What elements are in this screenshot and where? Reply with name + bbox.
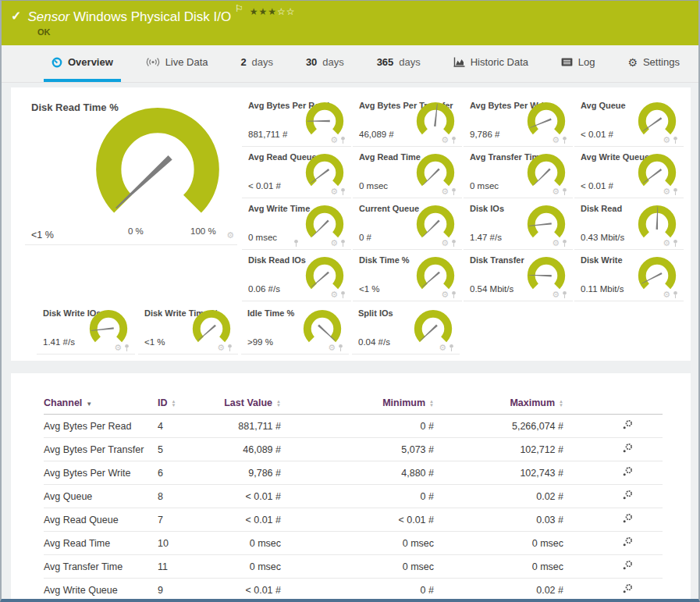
priority-stars[interactable]: ★★★☆☆ xyxy=(250,6,296,17)
pin-icon[interactable] xyxy=(450,290,457,299)
table-row[interactable]: Avg Read Time 10 0 msec 0 msec 0 msec xyxy=(44,532,663,555)
channel-settings-icon[interactable] xyxy=(622,490,633,500)
gear-icon[interactable]: ⚙ xyxy=(330,187,338,196)
gear-icon[interactable]: ⚙ xyxy=(441,290,449,299)
channel-settings-icon[interactable] xyxy=(622,466,633,477)
pin-icon[interactable] xyxy=(337,344,344,352)
gauge-cell[interactable]: Disk Write 0.11 Mbit/s ⚙ xyxy=(574,250,684,301)
gear-icon[interactable]: ⚙ xyxy=(217,344,225,352)
gear-icon[interactable]: ⚙ xyxy=(114,344,122,352)
sort-icon: ▲▼ xyxy=(559,400,563,408)
pin-icon[interactable] xyxy=(561,290,568,299)
pin-icon[interactable] xyxy=(672,239,679,248)
gauge-value: 0 msec xyxy=(470,181,499,191)
pin-icon[interactable] xyxy=(561,187,568,196)
pin-icon[interactable] xyxy=(561,239,568,248)
pin-icon[interactable] xyxy=(672,187,679,196)
gear-icon[interactable]: ⚙ xyxy=(328,344,336,352)
gauge-cell[interactable]: Avg Read Queue < 0.01 # ⚙ xyxy=(242,147,351,198)
primary-gauge-cell: Disk Read Time % 0 % 100 % <1 % ⚙ xyxy=(25,95,237,245)
table-row[interactable]: Avg Queue 8 < 0.01 # 0 # 0.02 # xyxy=(44,485,663,508)
tab-historic-data[interactable]: Historic Data xyxy=(446,45,536,82)
gauge-label: Disk Transfer xyxy=(470,255,524,265)
gear-icon[interactable]: ⚙ xyxy=(330,239,338,248)
gear-icon[interactable]: ⚙ xyxy=(441,187,449,196)
gauge-cell[interactable]: Avg Queue < 0.01 # ⚙ xyxy=(574,95,684,147)
gear-icon[interactable]: ⚙ xyxy=(663,239,670,248)
gear-icon[interactable]: ⚙ xyxy=(439,344,446,352)
pin-icon[interactable] xyxy=(226,344,233,352)
gear-icon[interactable]: ⚙ xyxy=(330,290,338,299)
gear-icon[interactable]: ⚙ xyxy=(226,231,234,240)
gear-icon[interactable]: ⚙ xyxy=(441,136,449,144)
gauge-cell[interactable]: Disk Time % <1 % ⚙ xyxy=(353,250,462,301)
table-row[interactable]: Avg Bytes Per Write 6 9,786 # 4,880 # 10… xyxy=(44,461,663,485)
column-header-channel[interactable]: Channel▼ xyxy=(44,394,158,415)
pin-icon[interactable] xyxy=(450,187,457,196)
cell-channel: Avg Transfer Time xyxy=(44,555,158,579)
column-header-minimum[interactable]: Minimum▲▼ xyxy=(282,394,435,415)
gauge-value: 881,711 # xyxy=(248,130,287,139)
gear-icon[interactable]: ⚙ xyxy=(330,136,338,144)
gear-icon[interactable]: ⚙ xyxy=(663,187,670,196)
pin-icon[interactable] xyxy=(339,290,346,299)
pin-icon[interactable] xyxy=(339,239,346,248)
tab-365-days[interactable]: 365 days xyxy=(369,45,428,82)
gear-icon[interactable]: ⚙ xyxy=(552,136,560,144)
pin-icon[interactable] xyxy=(450,136,457,144)
page-title: Sensor Windows Physical Disk I/O ⚐ xyxy=(27,7,243,25)
gauge-cell[interactable]: Avg Bytes Per Transfer 46,089 # ⚙ xyxy=(353,95,462,147)
gauge-cell[interactable]: Disk Write Time % <1 % ⚙ xyxy=(138,303,238,354)
tab-settings[interactable]: ⚙ Settings xyxy=(620,45,688,82)
gauge-cell[interactable]: Avg Write Queue < 0.01 # ⚙ xyxy=(574,147,684,198)
channel-settings-icon[interactable] xyxy=(622,513,633,524)
channel-settings-icon[interactable] xyxy=(622,583,633,594)
pin-icon[interactable] xyxy=(448,344,455,352)
gear-icon[interactable]: ⚙ xyxy=(663,290,670,299)
gauge-cell[interactable]: Disk Transfer 0.54 Mbit/s ⚙ xyxy=(464,250,573,301)
channel-settings-icon[interactable] xyxy=(622,443,633,454)
gear-icon[interactable]: ⚙ xyxy=(552,187,560,196)
sort-icon: ▲▼ xyxy=(276,400,281,408)
table-row[interactable]: Avg Transfer Time 11 0 msec 0 msec 0 mse… xyxy=(44,555,663,579)
pin-icon[interactable] xyxy=(450,239,457,248)
gear-icon[interactable]: ⚙ xyxy=(663,136,670,144)
gauge-cell[interactable]: Idle Time % >99 % ⚙ xyxy=(241,303,349,354)
cell-last-value: 46,089 # xyxy=(206,438,282,461)
gauge-cell[interactable]: Avg Transfer Time 0 msec ⚙ xyxy=(464,147,573,198)
channel-settings-icon[interactable] xyxy=(622,419,633,430)
tab-30-days[interactable]: 30 days xyxy=(298,45,352,82)
gauge-cell[interactable]: Disk Read 0.43 Mbit/s ⚙ xyxy=(574,198,684,250)
gauge-cell[interactable]: Current Queue 0 # ⚙ xyxy=(353,198,462,250)
pin-icon[interactable] xyxy=(339,136,346,144)
gauge-cell[interactable]: Disk Read IOs 0.06 #/s ⚙ xyxy=(242,250,351,301)
column-header-last-value[interactable]: Last Value▲▼ xyxy=(206,394,282,415)
gauge-cell[interactable]: Avg Write Time 0 msec ⚙ xyxy=(242,198,351,250)
tab-2-days[interactable]: 2 days xyxy=(233,45,281,82)
tab-live-data[interactable]: Live Data xyxy=(138,45,216,82)
gauge-cell[interactable]: Split IOs 0.04 #/s ⚙ xyxy=(352,303,460,354)
tab-log[interactable]: Log xyxy=(553,45,603,82)
pin-icon[interactable] xyxy=(672,290,679,299)
channel-settings-icon[interactable] xyxy=(622,536,633,547)
pin-icon[interactable] xyxy=(123,344,130,352)
table-row[interactable]: Avg Write Queue 9 < 0.01 # 0 # 0.02 # xyxy=(44,579,663,602)
pin-icon[interactable] xyxy=(672,136,679,144)
column-header-maximum[interactable]: Maximum▲▼ xyxy=(435,394,565,415)
table-row[interactable]: Avg Bytes Per Read 4 881,711 # 0 # 5,266… xyxy=(44,415,663,438)
table-row[interactable]: Avg Bytes Per Transfer 5 46,089 # 5,073 … xyxy=(44,438,663,461)
table-row[interactable]: Avg Read Queue 7 < 0.01 # < 0.01 # 0.03 … xyxy=(44,508,663,532)
gauge-cell[interactable]: Disk Write IOs 1.41 #/s ⚙ xyxy=(37,303,135,354)
gauge-cell[interactable]: Avg Read Time 0 msec ⚙ xyxy=(353,147,462,198)
pin-icon[interactable] xyxy=(339,187,346,196)
column-header-id[interactable]: ID▲▼ xyxy=(158,394,206,415)
channel-settings-icon[interactable] xyxy=(622,560,633,571)
gear-icon[interactable]: ⚙ xyxy=(441,239,449,248)
gear-icon[interactable]: ⚙ xyxy=(552,239,560,248)
gauge-cell[interactable]: Avg Bytes Per Read 881,711 # ⚙ xyxy=(242,95,351,147)
gauge-cell[interactable]: Avg Bytes Per Write 9,786 # ⚙ xyxy=(464,95,573,147)
gauge-cell[interactable]: Disk IOs 1.47 #/s ⚙ xyxy=(464,198,573,250)
pin-icon[interactable] xyxy=(561,136,568,144)
gear-icon[interactable]: ⚙ xyxy=(552,290,560,299)
tab-overview[interactable]: Overview xyxy=(44,45,121,82)
